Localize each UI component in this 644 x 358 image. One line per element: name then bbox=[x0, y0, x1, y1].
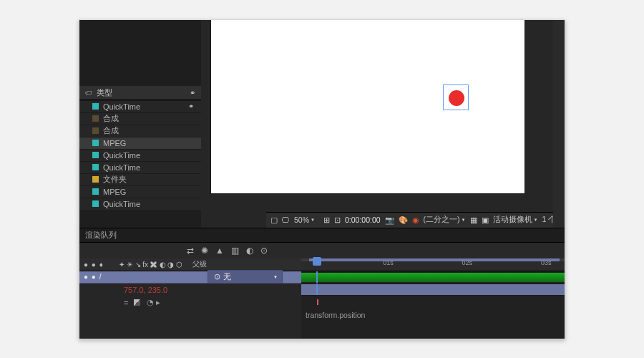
type-swatch bbox=[92, 164, 99, 170]
ruler-icon[interactable]: ⊞ bbox=[323, 215, 330, 225]
resolution-dropdown[interactable]: (二分之一)▼ bbox=[424, 215, 466, 225]
project-column-header[interactable]: 🏷 类型 ⚭ bbox=[79, 86, 201, 100]
parent-dropdown[interactable]: ⊙ 无 ▼ bbox=[208, 270, 283, 284]
project-row[interactable]: 合成 bbox=[79, 112, 201, 125]
shape-ellipse-red[interactable] bbox=[449, 90, 464, 106]
timeline-toolbar: ⇄ ✺ ▲ ▥ ◐ ⊙ bbox=[79, 243, 565, 258]
type-swatch bbox=[92, 115, 99, 122]
camera-dropdown[interactable]: 活动摄像机▼ bbox=[493, 215, 538, 225]
layer-track[interactable] bbox=[301, 284, 565, 296]
project-row[interactable]: QuickTime⚭ bbox=[79, 100, 201, 112]
guides-icon[interactable]: ⊡ bbox=[334, 215, 341, 225]
frame-icon[interactable]: 🖵 bbox=[282, 215, 290, 225]
timecode-display[interactable]: 0:00:00:00 bbox=[345, 216, 381, 224]
type-swatch bbox=[92, 140, 99, 146]
tag-icon: 🏷 bbox=[85, 89, 92, 97]
project-header-label: 类型 bbox=[97, 87, 112, 98]
timeline-column-header[interactable]: ● ● ♦ ✦ ☀ ↘ fx 🞮 ◐ ◑ ⬡ 父级 bbox=[79, 258, 301, 271]
composition-viewer: ▢ 🖵 50%▼ ⊞ ⊡ 0:00:00:00 📷 🎨 ◉ (二分之一)▼ ▦ … bbox=[201, 20, 565, 228]
expression-text-row[interactable]: transform.position bbox=[301, 309, 565, 321]
tool-icon-2[interactable]: ✺ bbox=[201, 246, 208, 256]
project-row-type: QuickTime bbox=[103, 151, 140, 160]
app-window: 🏷 类型 ⚭ QuickTime⚭合成合成MPEGQuickTimeQuickT… bbox=[79, 19, 565, 339]
layer-row[interactable]: ● ● / ⊙ 无 ▼ bbox=[79, 271, 301, 284]
project-header-link-icon[interactable]: ⚭ bbox=[190, 89, 195, 97]
keyframe-lane[interactable] bbox=[301, 296, 565, 309]
snapshot-icon[interactable]: 📷 bbox=[385, 215, 394, 225]
project-row[interactable]: QuickTime bbox=[79, 149, 201, 161]
tool-icon-1[interactable]: ⇄ bbox=[187, 246, 194, 256]
project-row[interactable]: MPEG bbox=[79, 137, 201, 149]
type-swatch bbox=[92, 127, 99, 134]
timeline-ruler[interactable]: 01s 02s 03s bbox=[301, 258, 565, 271]
project-row-type: 合成 bbox=[103, 125, 119, 136]
timeline-panel: 渲染队列 ⇄ ✺ ▲ ▥ ◐ ⊙ ● ● ♦ ✦ ☀ ↘ fx 🞮 ◐ ◑ ⬡ … bbox=[79, 228, 565, 339]
current-time-indicator-head[interactable] bbox=[313, 257, 321, 266]
project-row-type: QuickTime bbox=[103, 200, 140, 208]
project-row-type: QuickTime bbox=[103, 102, 140, 111]
link-icon: ⚭ bbox=[188, 102, 194, 110]
project-row[interactable]: QuickTime bbox=[79, 161, 201, 173]
project-row-type: QuickTime bbox=[103, 163, 140, 172]
project-panel: 🏷 类型 ⚭ QuickTime⚭合成合成MPEGQuickTimeQuickT… bbox=[79, 86, 201, 210]
project-row-type: MPEG bbox=[103, 188, 126, 196]
composition-canvas[interactable] bbox=[211, 20, 525, 193]
project-row-type: 文件夹 bbox=[103, 174, 127, 185]
project-row[interactable]: 合成 bbox=[79, 125, 201, 137]
type-swatch bbox=[92, 200, 99, 207]
viewer-scrollbar[interactable] bbox=[553, 20, 565, 228]
timeline-tracks[interactable]: 01s 02s 03s transform.position bbox=[301, 258, 565, 339]
zoom-dropdown[interactable]: 50%▼ bbox=[294, 216, 315, 224]
type-swatch bbox=[92, 152, 99, 158]
type-swatch bbox=[92, 188, 99, 195]
monitor-icon[interactable]: ▢ bbox=[270, 215, 278, 225]
timeline-layer-tree: ● ● ♦ ✦ ☀ ↘ fx 🞮 ◐ ◑ ⬡ 父级 ● ● / ⊙ 无 ▼ bbox=[79, 258, 301, 339]
expression-controls[interactable]: = ◔ ▸ bbox=[79, 296, 301, 309]
property-position-values[interactable]: 757.0, 235.0 bbox=[79, 284, 301, 296]
work-area-track[interactable] bbox=[301, 271, 565, 284]
tool-icon-4[interactable]: ▥ bbox=[231, 246, 239, 256]
tool-icon-5[interactable]: ◐ bbox=[246, 246, 253, 256]
viewer-toolbar: ▢ 🖵 50%▼ ⊞ ⊡ 0:00:00:00 📷 🎨 ◉ (二分之一)▼ ▦ … bbox=[266, 212, 564, 228]
channel-icon[interactable]: ◉ bbox=[412, 215, 419, 225]
colorspace-icon[interactable]: 🎨 bbox=[399, 215, 408, 225]
type-swatch bbox=[92, 103, 99, 110]
project-row[interactable]: QuickTime bbox=[79, 198, 201, 210]
region-icon[interactable]: ▣ bbox=[482, 215, 489, 225]
project-row-type: MPEG bbox=[103, 139, 126, 147]
project-row-type: 合成 bbox=[103, 113, 119, 124]
timeline-body: ● ● ♦ ✦ ☀ ↘ fx 🞮 ◐ ◑ ⬡ 父级 ● ● / ⊙ 无 ▼ bbox=[79, 258, 565, 339]
transparency-icon[interactable]: ▦ bbox=[470, 215, 477, 225]
layer-selection-box[interactable] bbox=[443, 84, 469, 110]
project-row[interactable]: 文件夹 bbox=[79, 173, 201, 185]
tool-icon-6[interactable]: ⊙ bbox=[260, 246, 268, 256]
project-row[interactable]: MPEG bbox=[79, 185, 201, 198]
type-swatch bbox=[92, 176, 99, 183]
timeline-tab[interactable]: 渲染队列 bbox=[79, 228, 565, 243]
tool-icon-3[interactable]: ▲ bbox=[215, 246, 224, 256]
